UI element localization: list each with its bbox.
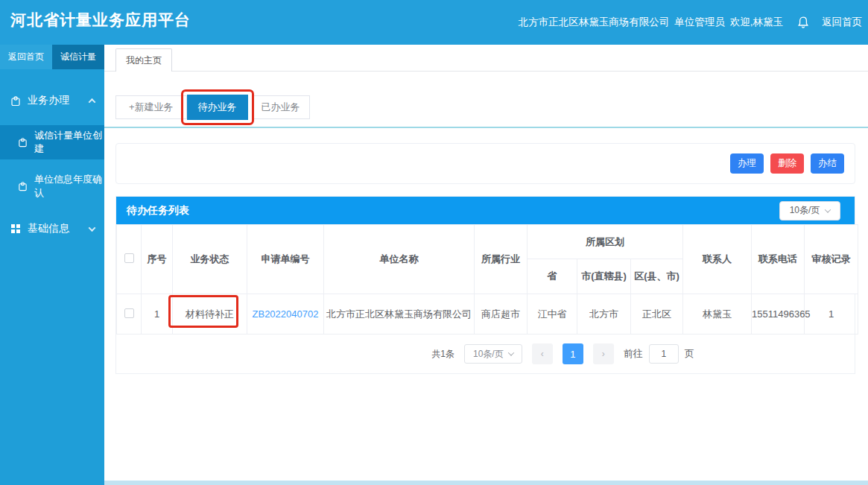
prev-page-button[interactable]: ‹ [532,343,553,364]
todo-business-tab[interactable]: 待办业务 [187,95,248,120]
apply-no-link[interactable]: ZB2022040702 [253,308,319,320]
page-tabbar: 我的主页 [104,45,868,72]
home-link[interactable]: 返回首页 [822,16,862,29]
col-unit-name: 单位名称 [324,225,475,294]
row-checkbox-cell [117,294,142,335]
sidebar-menu: 业务办理 诚信计量单位创建 单位信息年度确认 [0,86,104,244]
col-district: 区(县、市) [631,259,683,294]
todo-table: 序号 业务状态 申请单编号 单位名称 所属行业 所属区划 联系人 联系电话 审核… [116,224,858,335]
sidebar-group-label: 基础信息 [28,222,69,235]
row-audit: 1 [805,294,858,335]
top-header: 河北省计量业务应用平台 北方市正北区林黛玉商场有限公司 单位管理员 欢迎,林黛玉… [0,0,868,45]
col-status: 业务状态 [173,225,247,294]
sidebar-item-label: 诚信计量单位创建 [34,129,104,156]
annotation-box-todo: 待办业务 [181,89,254,125]
row-contact: 林黛玉 [683,294,752,335]
page-size-select[interactable]: 10条/页 [779,201,840,221]
chevron-up-icon [89,98,96,105]
handle-button[interactable]: 办理 [730,153,764,174]
user-welcome: 欢迎,林黛玉 [730,16,783,29]
delete-button[interactable]: 删除 [770,153,804,174]
row-district: 正北区 [631,294,683,335]
sidebar-item-annual-confirm[interactable]: 单位信息年度确认 [0,169,104,203]
finish-button[interactable]: 办结 [811,153,844,174]
sidebar-group-business[interactable]: 业务办理 [0,86,104,115]
badge-icon [10,95,21,107]
col-index: 序号 [142,225,173,294]
row-checkbox[interactable] [124,308,134,318]
select-all-checkbox[interactable] [124,253,134,263]
new-business-button[interactable]: +新建业务 [115,95,187,119]
section-divider [104,127,868,128]
sidebar-tab-integrity[interactable]: 诚信计量 [52,45,104,69]
col-region-group: 所属区划 [528,225,683,259]
pagination: 共1条 10条/页 ‹ 1 › 前往 页 [194,335,868,373]
goto-suffix: 页 [685,347,694,361]
pagination-total: 共1条 [431,348,454,361]
sidebar-group-basic[interactable]: 基础信息 [0,214,104,244]
sidebar-item-unit-create[interactable]: 诚信计量单位创建 [0,125,104,159]
header-checkbox-cell [117,225,142,294]
chevron-down-icon [825,206,831,212]
goto-page-input[interactable] [649,344,679,364]
sidebar-item-label: 单位信息年度确认 [34,173,104,200]
row-index: 1 [142,294,173,335]
row-status: 材料待补正 [173,294,247,335]
col-contact: 联系人 [683,225,752,294]
current-page-button[interactable]: 1 [563,343,583,364]
page-size-value: 10条/页 [790,204,820,217]
row-industry: 商店超市 [475,294,528,335]
col-audit: 审核记录 [805,225,858,294]
chevron-down-icon [89,224,96,232]
col-province: 省 [528,259,577,294]
app-title: 河北省计量业务应用平台 [10,10,191,31]
grid-icon [10,224,21,234]
goto-page: 前往 页 [624,344,694,364]
user-area: 北方市正北区林黛玉商场有限公司 单位管理员 欢迎,林黛玉 返回首页 [519,0,862,45]
row-province: 江中省 [528,294,577,335]
sidebar-group-label: 业务办理 [28,94,69,107]
table-row: 1 材料待补正 ZB2022040702 北方市正北区林黛玉商场有限公司 商店超… [117,294,858,335]
badge-icon [18,137,28,148]
chevron-down-icon [507,349,513,355]
panel-header: 待办任务列表 10条/页 [116,197,855,224]
bottom-strip [104,481,868,485]
done-business-tab[interactable]: 已办业务 [252,95,310,119]
col-industry: 所属行业 [475,225,528,294]
todo-list-card: 待办任务列表 10条/页 序号 业务状态 申请单编号 单位名称 所属行业 所属区… [115,196,855,374]
row-city: 北方市 [577,294,631,335]
panel-title: 待办任务列表 [127,204,189,218]
sidebar: 返回首页 诚信计量 业务办理 诚信计量单位创建 [0,45,104,485]
col-apply-no: 申请单编号 [247,225,324,294]
col-phone: 联系电话 [752,225,805,294]
goto-prefix: 前往 [624,347,643,361]
pagination-size-select[interactable]: 10条/页 [464,344,522,364]
row-unit-name: 北方市正北区林黛玉商场有限公司 [324,294,475,335]
next-page-button[interactable]: › [593,343,614,364]
sidebar-tabs: 返回首页 诚信计量 [0,45,104,69]
user-role: 单位管理员 [674,16,725,29]
sidebar-tab-home[interactable]: 返回首页 [0,45,52,69]
badge-icon [18,181,28,191]
toolbar-card: 办理 删除 办结 [115,143,855,184]
tab-my-home[interactable]: 我的主页 [115,48,172,72]
user-company: 北方市正北区林黛玉商场有限公司 [519,16,670,29]
col-city: 市(直辖县) [577,259,631,294]
bell-icon[interactable] [796,16,810,29]
pagination-size-value: 10条/页 [473,348,504,361]
row-phone: 15511496365 [752,294,805,335]
action-tabs: +新建业务 待办业务 已办业务 [115,89,310,125]
